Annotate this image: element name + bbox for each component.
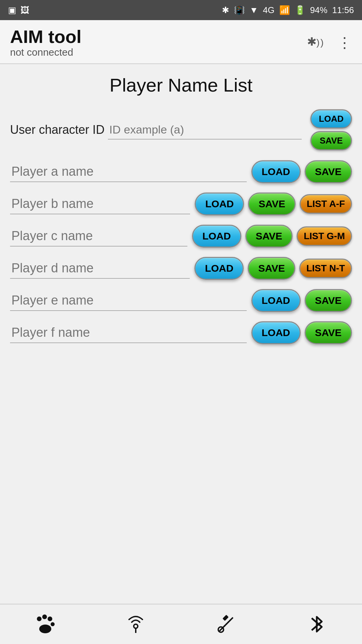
wifi-icon: ▼ xyxy=(249,5,258,15)
player-buttons-b: LOADSAVELIST A-F xyxy=(195,193,352,215)
sim-icon: ▣ xyxy=(8,5,16,15)
player-input-d[interactable] xyxy=(10,258,190,278)
player-list-button-d[interactable]: LIST N-T xyxy=(299,259,352,278)
svg-text:): ) xyxy=(316,37,319,48)
player-save-button-c[interactable]: SAVE xyxy=(245,225,293,248)
bottom-nav xyxy=(0,604,362,644)
player-load-button-a[interactable]: LOAD xyxy=(251,160,301,183)
page-title: Player Name List xyxy=(10,74,352,96)
player-input-wrapper-a xyxy=(10,162,247,182)
player-input-wrapper-e xyxy=(10,290,247,311)
player-buttons-e: LOADSAVE xyxy=(251,289,352,312)
player-save-button-f[interactable]: SAVE xyxy=(305,321,352,344)
player-buttons-c: LOADSAVELIST G-M xyxy=(192,225,352,248)
player-save-button-a[interactable]: SAVE xyxy=(305,160,352,183)
player-row-c: LOADSAVELIST G-M xyxy=(10,225,352,248)
user-char-load-button[interactable]: LOAD xyxy=(310,109,352,128)
player-row-a: LOADSAVE xyxy=(10,160,352,183)
bluetooth-audio-icon[interactable]: ✱ ) ) xyxy=(307,34,327,51)
player-save-button-b[interactable]: SAVE xyxy=(248,193,295,215)
app-title: AIM tool xyxy=(10,27,81,47)
player-row-e: LOADSAVE xyxy=(10,289,352,312)
svg-point-4 xyxy=(42,614,47,619)
battery-label: 94% xyxy=(310,5,327,15)
user-char-label: User character ID xyxy=(10,123,105,137)
nav-bluetooth[interactable] xyxy=(303,611,330,638)
main-content: Player Name List User character ID LOAD … xyxy=(0,64,362,604)
image-icon: 🖼 xyxy=(20,5,29,15)
svg-text:): ) xyxy=(320,37,323,48)
status-bar: ▣ 🖼 ✱ 📳 ▼ 4G 📶 🔋 94% 11:56 xyxy=(0,0,362,20)
player-row-d: LOADSAVELIST N-T xyxy=(10,257,352,280)
nav-satellite[interactable] xyxy=(213,611,240,638)
time-label: 11:56 xyxy=(332,5,354,15)
player-input-wrapper-b xyxy=(10,194,190,214)
signal-icon: 📶 xyxy=(279,5,290,15)
player-input-e[interactable] xyxy=(10,290,247,310)
player-save-button-e[interactable]: SAVE xyxy=(305,289,352,312)
player-input-a[interactable] xyxy=(10,162,247,181)
player-save-button-d[interactable]: SAVE xyxy=(248,257,295,280)
vibrate-icon: 📳 xyxy=(234,5,245,15)
network-label: 4G xyxy=(263,5,275,15)
app-subtitle: not connected xyxy=(10,47,81,58)
status-right: ✱ 📳 ▼ 4G 📶 🔋 94% 11:56 xyxy=(222,5,354,15)
player-load-button-e[interactable]: LOAD xyxy=(251,289,301,312)
player-input-wrapper-d xyxy=(10,258,190,279)
player-rows: LOADSAVELOADSAVELIST A-FLOADSAVELIST G-M… xyxy=(10,160,352,344)
player-input-c[interactable] xyxy=(10,226,187,246)
bluetooth-status-icon: ✱ xyxy=(222,5,229,15)
user-char-buttons: LOAD SAVE xyxy=(310,109,352,150)
player-row-b: LOADSAVELIST A-F xyxy=(10,193,352,215)
svg-point-5 xyxy=(48,616,52,621)
svg-text:✱: ✱ xyxy=(307,35,316,48)
user-char-row: User character ID LOAD SAVE xyxy=(10,109,352,150)
svg-point-8 xyxy=(134,624,138,628)
nav-players[interactable] xyxy=(32,611,59,638)
player-input-f[interactable] xyxy=(10,323,247,342)
nav-radio[interactable] xyxy=(122,611,149,638)
player-load-button-d[interactable]: LOAD xyxy=(194,257,244,280)
battery-icon: 🔋 xyxy=(295,5,305,15)
app-bar: AIM tool not connected ✱ ) ) ⋮ xyxy=(0,20,362,64)
player-input-wrapper-c xyxy=(10,226,187,247)
status-left: ▣ 🖼 xyxy=(8,5,29,15)
player-buttons-d: LOADSAVELIST N-T xyxy=(194,257,352,280)
user-char-save-button[interactable]: SAVE xyxy=(310,131,352,150)
svg-point-6 xyxy=(51,622,55,626)
player-list-button-c[interactable]: LIST G-M xyxy=(297,226,352,246)
player-buttons-f: LOADSAVE xyxy=(251,321,352,344)
player-list-button-b[interactable]: LIST A-F xyxy=(300,194,352,214)
player-input-b[interactable] xyxy=(10,194,190,214)
bluetooth-nav-icon xyxy=(309,614,324,634)
paw-icon xyxy=(35,614,55,634)
svg-point-7 xyxy=(39,625,51,633)
more-options-button[interactable]: ⋮ xyxy=(337,34,352,51)
satellite-icon xyxy=(216,614,236,634)
player-row-f: LOADSAVE xyxy=(10,321,352,344)
player-input-wrapper-f xyxy=(10,323,247,343)
radio-icon xyxy=(126,614,146,634)
user-char-input[interactable] xyxy=(108,120,302,140)
player-load-button-f[interactable]: LOAD xyxy=(251,321,301,344)
app-bar-right: ✱ ) ) ⋮ xyxy=(307,34,352,51)
player-buttons-a: LOADSAVE xyxy=(251,160,352,183)
svg-point-3 xyxy=(37,616,42,621)
svg-rect-11 xyxy=(223,615,229,621)
player-load-button-c[interactable]: LOAD xyxy=(192,225,241,248)
app-bar-left: AIM tool not connected xyxy=(10,27,81,58)
player-load-button-b[interactable]: LOAD xyxy=(195,193,244,215)
